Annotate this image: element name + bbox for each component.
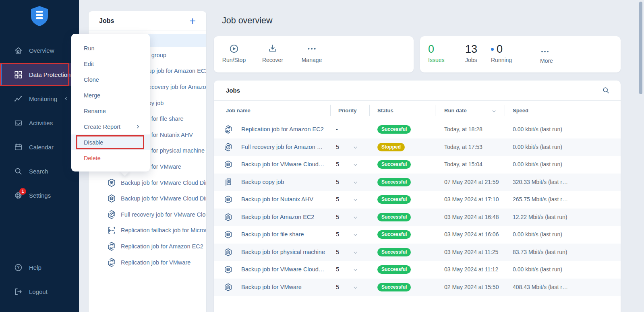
table-row[interactable]: Backup job for file share 5 Successful 0… [214, 226, 621, 244]
status-badge: Successful [377, 283, 411, 291]
jobs-label: Jobs [465, 57, 477, 63]
table-row[interactable]: Backup job for VMware 5 Successful 02 Ma… [214, 279, 621, 296]
menu-item-label: Rename [84, 108, 106, 114]
job-list-item[interactable]: Backup job for VMware Cloud Director [89, 175, 206, 191]
app-window: Overview Data Protection Monitoring Acti… [0, 0, 644, 312]
job-name: Backup job for Nutanix AHV [241, 196, 313, 202]
priority-value: 5 [336, 214, 339, 220]
recover-button[interactable]: Recover [253, 43, 292, 63]
job-list-item[interactable]: Replication job for VMware [89, 254, 206, 271]
sidebar-item-data-protection[interactable]: Data Protection [0, 63, 79, 86]
sidebar-item-logout[interactable]: Logout [0, 280, 79, 303]
sidebar-item-label: Settings [29, 192, 51, 199]
download-icon [267, 43, 278, 54]
menu-item-label: Create Report [84, 124, 120, 130]
logout-icon [14, 287, 23, 296]
page-title: Job overview [222, 16, 272, 26]
menu-item-edit[interactable]: Edit [71, 56, 150, 72]
table-row[interactable]: Backup job for physical machine 5 Succes… [214, 244, 621, 261]
home-icon [14, 46, 23, 55]
col-priority[interactable]: Priority [338, 107, 357, 114]
priority-value: 5 [336, 196, 339, 202]
table-row[interactable]: Backup job for VMware Cloud… 5 Successfu… [214, 261, 621, 279]
menu-item-label: Edit [84, 61, 94, 67]
job-list-item[interactable]: Replication failback job for Microsoft [89, 223, 206, 239]
status-badge: Successful [377, 178, 411, 186]
sidebar-item-overview[interactable]: Overview [0, 39, 79, 62]
menu-item-clone[interactable]: Clone [71, 72, 150, 87]
action-label: Run/Stop [222, 57, 246, 63]
table-row[interactable]: Replication job for Amazon EC2 - Success… [214, 121, 621, 138]
job-label: Replication job for Amazon EC2 [121, 243, 203, 250]
priority-chevron-down-icon[interactable] [352, 232, 358, 238]
status-badge: Stopped [377, 143, 405, 151]
run-date: 03 May 2024 at 11:25 [444, 249, 498, 255]
help-icon [14, 263, 23, 272]
stats-more-button[interactable]: More [540, 43, 553, 64]
priority-chevron-down-icon[interactable] [352, 285, 358, 291]
sidebar-item-calendar[interactable]: Calendar [0, 135, 79, 159]
manage-button[interactable]: Manage [292, 43, 331, 63]
job-name: Replication job for Amazon EC2 [241, 126, 324, 132]
status-badge: Successful [377, 125, 411, 134]
menu-item-label: Clone [84, 76, 99, 83]
table-row[interactable]: Backup job for VMware Cloud… 5 Successfu… [214, 156, 621, 174]
priority-chevron-down-icon[interactable] [352, 267, 358, 273]
running-dot-icon [491, 48, 494, 51]
run-date: Today, at 15:04 [444, 161, 482, 167]
toolbar-card: Run/Stop Recover Manage [214, 36, 414, 72]
search-icon[interactable] [602, 86, 610, 95]
menu-item-rename[interactable]: Rename [71, 103, 150, 119]
menu-item-delete[interactable]: Delete [71, 150, 150, 166]
menu-item-merge[interactable]: Merge [71, 87, 150, 103]
run-date: 02 May 2024 at 15:50 [444, 284, 499, 290]
menu-item-create-report[interactable]: Create Report [71, 119, 150, 134]
priority-value: 5 [336, 144, 339, 150]
col-status[interactable]: Status [377, 107, 393, 114]
col-run-date[interactable]: Run date [444, 107, 467, 114]
sidebar-item-help[interactable]: Help [0, 256, 79, 279]
table-row[interactable]: Backup job for Amazon EC2 5 Successful 0… [214, 209, 621, 226]
table-row[interactable]: Full recovery job for Amazon … 5 Stopped… [214, 138, 621, 156]
action-label: Recover [262, 57, 283, 63]
job-name: Backup job for Amazon EC2 [241, 214, 314, 220]
backup-job-icon [224, 248, 233, 257]
sidebar-item-settings[interactable]: 1 Settings [0, 184, 79, 207]
job-list-item[interactable]: Replication job for Amazon EC2 [89, 238, 206, 254]
chevron-left-icon[interactable] [63, 96, 69, 101]
priority-chevron-down-icon[interactable] [352, 197, 358, 203]
priority-chevron-down-icon[interactable] [352, 250, 358, 256]
speed: 83.73 Mbit/s (last run) [513, 249, 567, 255]
stat-running: 0 Running [491, 43, 512, 63]
priority-chevron-down-icon[interactable] [352, 215, 358, 221]
run-stop-button[interactable]: Run/Stop [215, 43, 253, 63]
run-date: Today, at 18:28 [444, 126, 482, 132]
table-row[interactable]: Backup copy job 5 Successful 07 May 2024… [214, 174, 621, 191]
run-date: 03 May 2024 at 16:48 [444, 214, 499, 220]
jobs-value: 13 [465, 43, 477, 56]
ellipsis-icon [540, 47, 550, 56]
priority-chevron-down-icon[interactable] [352, 180, 358, 186]
job-list-item[interactable]: Backup job for VMware Cloud Director [89, 190, 206, 207]
col-speed[interactable]: Speed [513, 107, 528, 114]
add-job-button[interactable]: + [189, 16, 196, 26]
app-logo-shield-icon [30, 6, 49, 27]
speed: 12.22 Mbit/s (last run) [513, 214, 567, 220]
job-list-item[interactable]: Full recovery job for VMware Cloud Direc… [89, 207, 206, 223]
menu-item-run[interactable]: Run [71, 40, 150, 56]
priority-chevron-down-icon[interactable] [352, 162, 358, 168]
job-label: Backup job for VMware Cloud Director [121, 195, 206, 202]
table-row[interactable]: Backup job for Nutanix AHV 5 Successful … [214, 191, 621, 209]
speed: 408.43 Mbit/s (last r… [513, 284, 568, 290]
col-job-name[interactable]: Job name [226, 107, 251, 114]
vertical-scrollbar[interactable] [639, 2, 642, 94]
sidebar-item-search[interactable]: Search [0, 159, 79, 183]
inbox-icon [14, 118, 23, 128]
sort-chevron-down-icon[interactable] [491, 108, 497, 114]
job-label: Replication failback job for Microsoft [121, 227, 206, 233]
sidebar-item-monitoring[interactable]: Monitoring [0, 87, 79, 110]
sidebar-item-activities[interactable]: Activities [0, 111, 79, 134]
menu-item-disable[interactable]: Disable [71, 134, 150, 150]
priority-chevron-down-icon[interactable] [352, 145, 358, 151]
stat-jobs: 13 Jobs [465, 43, 477, 63]
